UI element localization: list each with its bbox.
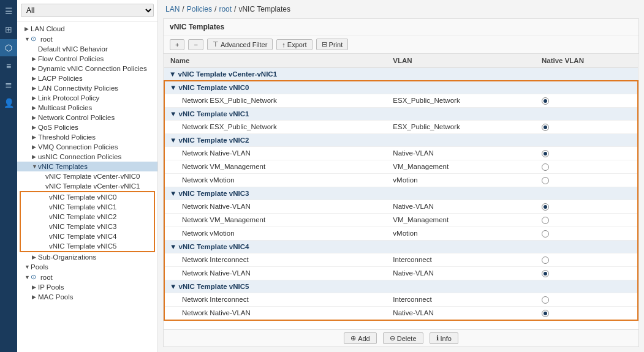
tree-item-link-protocol[interactable]: ▶ Link Protocol Policy xyxy=(17,93,157,103)
radio-dot xyxy=(542,257,549,264)
advanced-filter-button[interactable]: ⊤ Advanced Filter xyxy=(207,39,273,50)
table-row[interactable]: ▼ vNIC Template vNIC0 xyxy=(164,81,638,94)
tree-item-usnic[interactable]: ▶ usNIC Connection Policies xyxy=(17,152,157,162)
cell-name: Network Native-VLAN xyxy=(164,146,387,160)
print-button[interactable]: ⊟ Print xyxy=(316,39,349,50)
table-row[interactable]: ▼ vNIC Template vCenter-vNIC1 xyxy=(164,68,638,81)
table-row[interactable]: Network vMotion vMotion xyxy=(164,227,638,240)
cell-native-vlan xyxy=(536,213,638,227)
table-row[interactable]: ▼ vNIC Template vNIC2 xyxy=(164,133,638,146)
tree-label-vnic3: vNIC Template vNIC3 xyxy=(49,223,116,230)
list-icon[interactable]: ≣ xyxy=(0,76,17,93)
tree-item-vnic3[interactable]: vNIC Template vNIC3 xyxy=(21,222,154,231)
radio-dot xyxy=(542,296,549,304)
export-button[interactable]: ↑ Export xyxy=(276,39,312,50)
cell-name: Network Interconnect xyxy=(164,253,387,266)
tree-item-root-pools[interactable]: ▼ ⊙ root xyxy=(17,272,157,282)
nav-tree: All ▶ LAN Cloud ▼ ⊙ root Default vNIC Be… xyxy=(17,0,158,352)
tree-item-default-vnic[interactable]: Default vNIC Behavior xyxy=(17,44,157,54)
tree-item-lacp[interactable]: ▶ LACP Policies xyxy=(17,73,157,83)
bottom-add-label: Add xyxy=(358,335,370,342)
tree-label-link-protocol: Link Protocol Policy xyxy=(38,94,99,102)
tree-item-lan-connectivity[interactable]: ▶ LAN Connectivity Policies xyxy=(17,83,157,93)
table-row[interactable]: Network Interconnect Interconnect xyxy=(164,253,638,266)
tree-item-vnic1[interactable]: vNIC Template vNIC1 xyxy=(21,202,154,212)
tree-item-dynamic-vnic[interactable]: ▶ Dynamic vNIC Connection Policies xyxy=(17,64,157,73)
home-icon[interactable]: ⊞ xyxy=(0,21,17,38)
user-icon[interactable]: 👤 xyxy=(0,94,17,111)
panel-title: vNIC Templates xyxy=(164,19,638,36)
bottom-info-button[interactable]: ℹ Info xyxy=(430,332,458,344)
breadcrumb-policies[interactable]: Policies xyxy=(187,5,212,13)
table-row[interactable]: Network ESX_Public_Network ESX_Public_Ne… xyxy=(164,120,638,133)
tree-label-vnic2: vNIC Template vNIC2 xyxy=(49,213,116,220)
tree-arrow-multicast: ▶ xyxy=(32,105,38,111)
export-icon: ↑ xyxy=(282,41,286,48)
tree-item-lan-cloud[interactable]: ▶ LAN Cloud xyxy=(17,24,157,34)
tree-item-vcenter-vnic0[interactable]: vNIC Template vCenter-vNIC0 xyxy=(17,171,157,181)
tree-item-vnic-templates[interactable]: ▼ vNIC Templates xyxy=(17,162,157,171)
breadcrumb-root[interactable]: root xyxy=(219,5,232,13)
tree-arrow-dynamic-vnic: ▶ xyxy=(32,66,38,72)
radio-dot xyxy=(542,177,549,184)
cell-vlan: vMotion xyxy=(387,173,536,187)
nav-filter-select[interactable]: All xyxy=(21,4,154,17)
server-icon[interactable]: ≡ xyxy=(0,58,17,75)
table-row[interactable]: ▼ vNIC Template vNIC3 xyxy=(164,187,638,200)
table-row[interactable]: ▼ vNIC Template vNIC4 xyxy=(164,240,638,253)
cell-name: Network vMotion xyxy=(164,173,387,187)
add-button[interactable]: + xyxy=(170,39,184,50)
advanced-filter-label: Advanced Filter xyxy=(221,41,267,48)
breadcrumb-lan[interactable]: LAN xyxy=(165,5,180,13)
tree-item-sub-orgs[interactable]: ▶ Sub-Organizations xyxy=(17,252,157,262)
tree-arrow-lacp: ▶ xyxy=(32,75,38,81)
cell-name: Network Interconnect xyxy=(164,293,387,306)
bottom-delete-label: Delete xyxy=(397,335,417,342)
tree-label-vcenter-vnic0: vNIC Template vCenter-vNIC0 xyxy=(45,173,140,180)
cell-name: Network ESX_Public_Network xyxy=(164,94,387,108)
tree-item-vnic5[interactable]: vNIC Template vNIC5 xyxy=(21,241,154,251)
bottom-add-button[interactable]: ⊕ Add xyxy=(344,332,377,344)
tree-arrow-ip-pools: ▶ xyxy=(32,284,38,290)
tree-item-pools[interactable]: ▼ Pools xyxy=(17,262,157,272)
table-row[interactable]: Network VM_Management VM_Management xyxy=(164,160,638,173)
table-row[interactable]: Network ESX_Public_Network ESX_Public_Ne… xyxy=(164,94,638,108)
table-row[interactable]: Network Interconnect Interconnect xyxy=(164,293,638,306)
table-row[interactable]: Network Native-VLAN Native-VLAN xyxy=(164,266,638,280)
table-row[interactable]: Network Native-VLAN Native-VLAN xyxy=(164,146,638,160)
cell-native-vlan xyxy=(536,266,638,280)
tree-item-flow-control[interactable]: ▶ Flow Control Policies xyxy=(17,54,157,64)
tree-arrow-root-pools: ▼ xyxy=(25,274,31,280)
tree-item-root[interactable]: ▼ ⊙ root xyxy=(17,34,157,44)
table-row[interactable]: Network Native-VLAN Native-VLAN xyxy=(164,200,638,213)
tree-item-vcenter-vnic1[interactable]: vNIC Template vCenter-vNIC1 xyxy=(17,181,157,191)
tree-item-qos[interactable]: ▶ QoS Policies xyxy=(17,122,157,132)
group-header-vnic0: ▼ vNIC Template vNIC0 xyxy=(164,81,638,94)
breadcrumb-sep1: / xyxy=(182,5,184,13)
remove-button[interactable]: − xyxy=(188,39,203,50)
tree-item-multicast[interactable]: ▶ Multicast Policies xyxy=(17,103,157,113)
table-row[interactable]: Network Native-VLAN Native-VLAN xyxy=(164,306,638,320)
tree-item-network-control[interactable]: ▶ Network Control Policies xyxy=(17,113,157,122)
tree-item-ip-pools[interactable]: ▶ IP Pools xyxy=(17,282,157,292)
tree-item-vnic0[interactable]: vNIC Template vNIC0 xyxy=(21,192,154,202)
table-row[interactable]: Network vMotion vMotion xyxy=(164,173,638,187)
tree-item-vnic2[interactable]: vNIC Template vNIC2 xyxy=(21,212,154,222)
tree-label-qos: QoS Policies xyxy=(38,124,78,131)
cell-vlan: vMotion xyxy=(387,227,536,240)
menu-icon[interactable]: ☰ xyxy=(0,2,17,20)
cell-native-vlan xyxy=(536,227,638,240)
tree-arrow-default-vnic xyxy=(32,46,38,52)
tree-item-threshold[interactable]: ▶ Threshold Policies xyxy=(17,132,157,142)
table-row[interactable]: Network VM_Management VM_Management xyxy=(164,213,638,227)
tree-item-mac-pools[interactable]: ▶ MAC Pools xyxy=(17,292,157,302)
bottom-delete-button[interactable]: ⊖ Delete xyxy=(383,332,423,344)
network-icon[interactable]: ⬡ xyxy=(0,39,17,56)
tree-label-root-pools: root xyxy=(40,274,53,281)
table-row[interactable]: ▼ vNIC Template vNIC5 xyxy=(164,280,638,293)
filter-icon: ⊤ xyxy=(213,40,219,48)
table-row[interactable]: ▼ vNIC Template vNIC1 xyxy=(164,107,638,120)
tree-item-vmq[interactable]: ▶ VMQ Connection Policies xyxy=(17,142,157,152)
tree-item-vnic4[interactable]: vNIC Template vNIC4 xyxy=(21,231,154,241)
tree-arrow-vcenter-vnic0 xyxy=(39,173,45,179)
